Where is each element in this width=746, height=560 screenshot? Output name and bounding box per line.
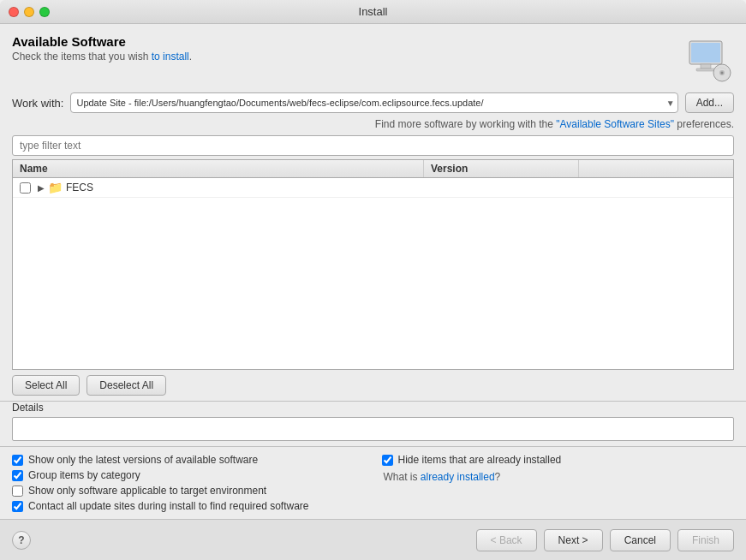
deselect-all-button[interactable]: Deselect All [87,375,166,396]
filter-input[interactable] [12,135,734,156]
svg-rect-2 [701,64,711,69]
target-environment-checkbox[interactable] [12,486,23,497]
version-column-header: Version [424,160,579,177]
show-latest-label: Show only the latest versions of availab… [28,454,258,466]
finish-button[interactable]: Finish [677,529,734,551]
hide-installed-option: Hide items that are already installed [382,454,735,466]
folder-icon: 📁 [48,181,63,194]
more-software-suffix: preferences. [677,118,734,130]
page-header: Available Software Check the items that … [12,34,734,86]
title-bar: Install [0,0,746,24]
maximize-button[interactable] [39,7,50,17]
add-button[interactable]: Add... [685,92,734,113]
details-box [12,417,734,441]
window-title: Install [359,5,388,18]
more-software-text: Find more software by working with the [375,118,553,130]
svg-rect-1 [691,43,720,63]
target-environment-label: Show only software applicable to target … [28,485,266,497]
bottom-left: ? [12,531,31,550]
details-label: Details [12,402,734,414]
group-by-category-checkbox[interactable] [12,470,23,481]
expand-arrow-icon[interactable]: ▶ [38,183,45,193]
options-right: Hide items that are already installed Wh… [382,454,735,512]
row-checkbox[interactable] [20,182,31,194]
computer-icon [685,37,732,84]
work-with-label: Work with: [12,97,63,110]
window-controls [9,7,50,17]
contact-update-sites-checkbox[interactable] [12,501,23,512]
hide-installed-label: Hide items that are already installed [398,454,562,466]
main-content: Available Software Check the items that … [0,24,746,519]
contact-update-sites-option: Contact all update sites during install … [12,500,365,512]
already-installed-link[interactable]: already installed [421,471,495,483]
extra-column-header [579,160,734,177]
page-subtitle: Check the items that you wish to install… [12,51,192,63]
install-window: Install Available Software Check the ite… [0,0,746,560]
options-left: Show only the latest versions of availab… [12,454,365,512]
more-software-row: Find more software by working with the "… [12,118,734,130]
bottom-right: < Back Next > Cancel Finish [476,529,734,551]
help-button[interactable]: ? [12,531,31,550]
software-table: Name Version ▶ 📁 FECS [12,159,734,370]
minimize-button[interactable] [24,7,34,17]
show-latest-checkbox[interactable] [12,455,23,466]
group-by-category-label: Group items by category [28,469,140,481]
close-button[interactable] [9,7,19,17]
table-row: ▶ 📁 FECS [13,178,733,198]
install-link[interactable]: to install [152,51,189,63]
already-installed-text: What is already installed? [382,471,735,483]
work-with-row: Work with: Update Site - file:/Users/hua… [12,92,734,113]
work-with-select[interactable]: Update Site - file:/Users/huangfengtao/D… [70,92,677,113]
what-is-text: What is [384,471,418,483]
next-button[interactable]: Next > [544,529,603,551]
hide-installed-checkbox[interactable] [382,455,393,466]
target-environment-option: Show only software applicable to target … [12,485,365,497]
version-cell [424,185,579,190]
contact-update-sites-label: Contact all update sites during install … [28,500,309,512]
svg-point-6 [720,71,723,74]
header-icon [683,34,734,86]
details-section: Details [12,402,734,441]
extra-cell [579,185,734,190]
select-all-button[interactable]: Select All [12,375,80,396]
bottom-bar: ? < Back Next > Cancel Finish [0,519,746,560]
page-title: Available Software [12,34,192,49]
header-text: Available Software Check the items that … [12,34,192,63]
name-column-header: Name [13,160,424,177]
selection-buttons: Select All Deselect All [12,370,734,401]
svg-rect-3 [696,69,715,71]
group-by-category-option: Group items by category [12,469,365,481]
name-cell: ▶ 📁 FECS [13,178,424,197]
available-sites-link[interactable]: "Available Software Sites" [556,118,674,130]
show-latest-option: Show only the latest versions of availab… [12,454,365,466]
options-section: Show only the latest versions of availab… [12,447,734,519]
back-button[interactable]: < Back [476,529,537,551]
item-name: FECS [66,182,93,194]
table-header: Name Version [13,160,733,178]
already-installed-suffix: ? [495,471,501,483]
work-with-select-wrapper: Update Site - file:/Users/huangfengtao/D… [70,92,677,113]
cancel-button[interactable]: Cancel [610,529,671,551]
